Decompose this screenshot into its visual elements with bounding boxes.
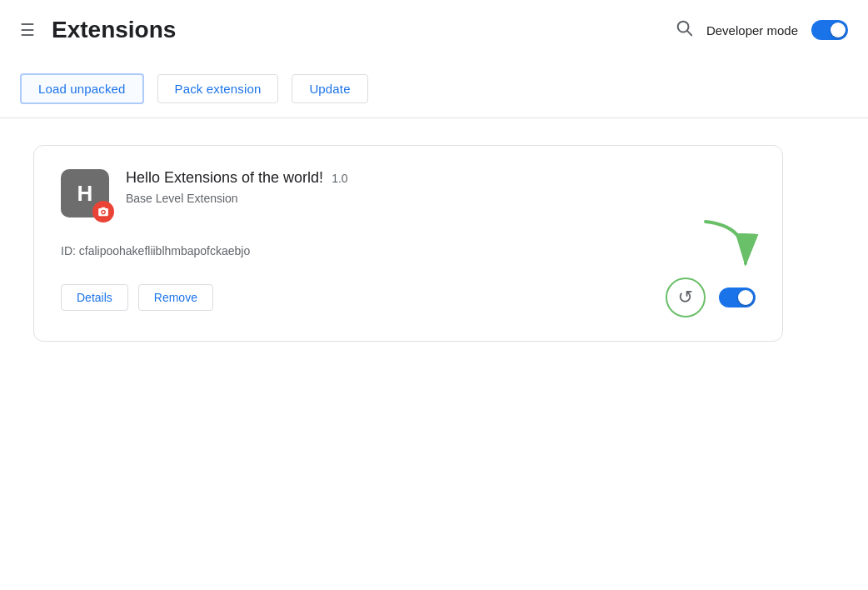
extension-enable-toggle[interactable] xyxy=(719,288,756,308)
header-left: ☰ Extensions xyxy=(20,17,176,43)
card-actions: Details Remove xyxy=(61,284,213,311)
search-icon[interactable] xyxy=(675,18,693,42)
load-unpacked-button[interactable]: Load unpacked xyxy=(20,73,144,104)
header-right: Developer mode xyxy=(675,18,848,42)
page-title: Extensions xyxy=(52,17,176,43)
svg-line-1 xyxy=(687,31,691,35)
hamburger-icon[interactable]: ☰ xyxy=(20,20,35,40)
extension-info: Hello Extensions of the world! 1.0 Base … xyxy=(126,169,756,205)
pack-extension-button[interactable]: Pack extension xyxy=(157,74,279,103)
card-toggle-thumb xyxy=(738,290,753,305)
card-top: H Hello Extensions of the world! 1.0 Bas… xyxy=(61,169,756,218)
developer-mode-toggle[interactable] xyxy=(811,20,848,40)
toolbar: Load unpacked Pack extension Update xyxy=(0,60,868,118)
card-controls: ↻ xyxy=(666,278,756,318)
extension-description: Base Level Extension xyxy=(126,192,756,205)
developer-mode-label: Developer mode xyxy=(706,23,798,38)
extension-icon-letter: H xyxy=(77,181,93,207)
extension-id: ID: cfalipoohakefliiblhmbapofckaebjo xyxy=(61,244,756,258)
remove-button[interactable]: Remove xyxy=(138,284,213,311)
update-button[interactable]: Update xyxy=(292,74,367,103)
extension-version: 1.0 xyxy=(332,172,347,185)
header: ☰ Extensions Developer mode xyxy=(0,0,868,60)
main-content: H Hello Extensions of the world! 1.0 Bas… xyxy=(0,118,868,368)
extension-icon-wrapper: H xyxy=(61,169,109,218)
reload-button[interactable]: ↻ xyxy=(666,278,706,318)
reload-button-wrapper: ↻ xyxy=(666,278,706,318)
extension-name-row: Hello Extensions of the world! 1.0 xyxy=(126,169,756,187)
svg-point-2 xyxy=(102,211,105,213)
extension-icon-badge xyxy=(92,201,114,222)
card-bottom: Details Remove xyxy=(61,278,756,318)
extension-card: H Hello Extensions of the world! 1.0 Bas… xyxy=(33,145,783,342)
reload-icon: ↻ xyxy=(678,287,693,308)
extension-name: Hello Extensions of the world! xyxy=(126,169,323,187)
details-button[interactable]: Details xyxy=(61,284,128,311)
toggle-thumb xyxy=(831,22,846,38)
camera-icon xyxy=(97,206,109,218)
